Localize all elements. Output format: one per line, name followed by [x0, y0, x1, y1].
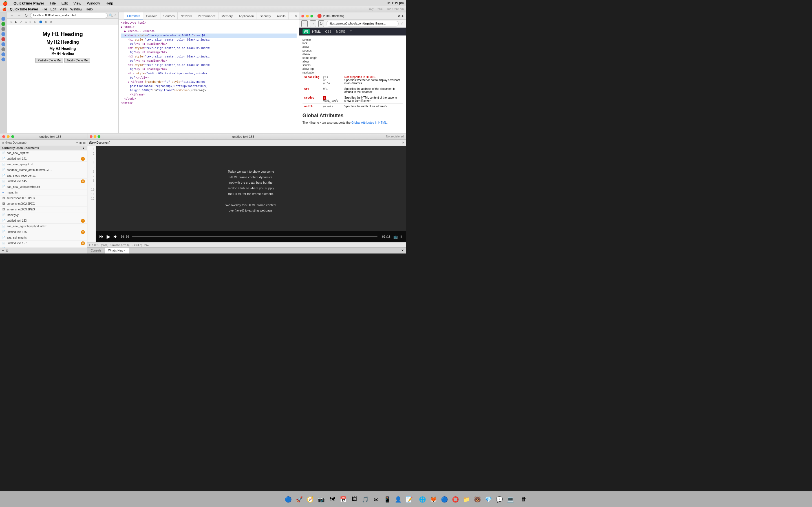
- partially-clone-btn[interactable]: Partially Clone Me: [35, 58, 63, 63]
- w3-back-btn[interactable]: ←: [301, 20, 308, 27]
- statusbar-size: 274: [144, 244, 149, 246]
- vc-fastforward-btn[interactable]: ⏭: [113, 234, 118, 239]
- w3-nav-more[interactable]: MORE: [336, 30, 345, 33]
- doc-item-untitled-157[interactable]: 📄 untitled text 157 ✕: [0, 240, 87, 246]
- toolbar-gear-icon[interactable]: ⚙: [2, 141, 4, 144]
- menubar-file[interactable]: File: [49, 1, 57, 5]
- w3-close-tab-icon[interactable]: ✕: [398, 14, 400, 18]
- devtools-tab-security[interactable]: Security: [257, 12, 274, 19]
- toolbar-sidebar-icon[interactable]: ▤: [83, 141, 86, 144]
- bookmark-6[interactable]: ▷: [33, 20, 38, 24]
- bbedit-max-btn[interactable]: [11, 135, 14, 138]
- devtools-more-icon[interactable]: ⋮: [290, 14, 294, 18]
- app-menubar-file2[interactable]: File: [42, 7, 47, 11]
- forward-button[interactable]: →: [16, 13, 22, 18]
- w3-url-bar[interactable]: [326, 21, 399, 26]
- open-docs-label: Currently Open Documents: [2, 147, 39, 150]
- doc-item-agifsph[interactable]: 📄 aaa_new_agifsphpwphpdurit.txt: [0, 224, 87, 229]
- bottom-tab-whatsnew[interactable]: What's New ×: [105, 247, 130, 253]
- devtools-tab-application[interactable]: Application: [236, 12, 257, 19]
- vc-share-icon[interactable]: ⬆: [400, 235, 403, 239]
- bookmark-7[interactable]: 🔵: [38, 20, 43, 24]
- vc-airplay-icon[interactable]: 📺: [393, 235, 398, 239]
- pointer-item-1: pointer: [303, 38, 403, 41]
- doc-item-untitled-141[interactable]: 📄 untitled text 141 ✕: [0, 156, 87, 162]
- doc-item-spinning[interactable]: 📄 aaa_spinning.txt: [0, 235, 87, 240]
- doc-item-index[interactable]: 📄 index.yyy: [0, 212, 87, 218]
- devtools-tab-elements[interactable]: Elements: [124, 12, 143, 19]
- footer-add-btn[interactable]: +: [2, 248, 4, 253]
- vc-play-btn[interactable]: ▶: [107, 233, 110, 240]
- vc-progress-bar[interactable]: [132, 236, 377, 237]
- devtools-close-icon[interactable]: ✕: [295, 14, 297, 18]
- devtools-tab-audits[interactable]: Audits: [274, 12, 289, 19]
- code-line-17: height:100%;" id="myiframe" srcdoc src(u…: [121, 89, 297, 93]
- totally-clone-btn[interactable]: Totally Clone Me: [64, 58, 90, 63]
- w3-nav-css[interactable]: CSS: [325, 30, 332, 33]
- bookmark-9[interactable]: in: [49, 20, 53, 24]
- app-menubar-qt[interactable]: QuickTime Player: [10, 7, 38, 11]
- doc-item-sandbox[interactable]: 📄 sandbox_iframe_attribute.html-GE...: [0, 167, 87, 173]
- bottom-tab-close[interactable]: ✕: [399, 247, 406, 253]
- app-menubar-view2[interactable]: View: [60, 7, 67, 11]
- devtools-tab-console[interactable]: Console: [143, 12, 160, 19]
- w3-min-btn[interactable]: [306, 15, 309, 17]
- app-menubar-help2[interactable]: Help: [86, 7, 93, 11]
- back-button[interactable]: ←: [9, 13, 15, 18]
- w3-nav-html[interactable]: HTML: [312, 30, 320, 33]
- doc-list[interactable]: 📄 aaa_new_lwpt.txt 📄 untitled text 141 ✕…: [0, 151, 87, 247]
- reload-button[interactable]: ↻: [23, 13, 29, 18]
- open-docs-collapse-icon[interactable]: ▲: [82, 147, 85, 150]
- app-menubar-window2[interactable]: Window: [70, 7, 82, 11]
- toolbar-pencil-icon[interactable]: ✏: [76, 141, 78, 144]
- doc-item-screenshot3[interactable]: 🖼 screenshot0003.JPEG: [0, 207, 87, 212]
- doc-item-steps[interactable]: 📄 aaa_steps_recorder.txt: [0, 173, 87, 179]
- menubar-edit[interactable]: Edit: [60, 1, 69, 5]
- doc-item-wpbpast[interactable]: 📄 aaa_new_wpbpastwhpt.txt: [0, 184, 87, 190]
- apple-menu[interactable]: 🍎: [2, 1, 8, 6]
- footer-settings-btn[interactable]: ⚙: [5, 248, 9, 253]
- bookmark-2[interactable]: ▶: [14, 20, 18, 24]
- menubar-help[interactable]: Help: [104, 1, 114, 5]
- preview-pane: ← → ↻ 🔍 ☆ G ▶ ✓ A ▷ ▷ 🔵 G in My H1 Headi…: [7, 12, 119, 133]
- bookmark-1[interactable]: G: [9, 20, 13, 24]
- w3-add-tab-icon[interactable]: +: [402, 14, 404, 18]
- devtools-tab-performance[interactable]: Performance: [195, 12, 219, 19]
- editor-close-btn[interactable]: [90, 135, 93, 138]
- bbedit-title: untitled text 183: [16, 135, 85, 138]
- doc-item-untitled-145[interactable]: 📄 untitled text 145 ✕: [0, 179, 87, 184]
- menubar-view[interactable]: View: [72, 1, 82, 5]
- bottom-tab-console[interactable]: Console: [87, 247, 105, 253]
- doc-item-screenshot2[interactable]: 🖼 screenshot0002.JPEG: [0, 201, 87, 207]
- editor-max-btn[interactable]: [98, 135, 100, 138]
- url-bar[interactable]: [30, 13, 108, 18]
- doc-item-screenshot1[interactable]: 🖼 screenshot0001.JPEG: [0, 195, 87, 201]
- bookmark-3[interactable]: ✓: [19, 20, 23, 24]
- toolbar-window-icon[interactable]: ▣: [79, 141, 82, 144]
- devtools-tab-memory[interactable]: Memory: [219, 12, 236, 19]
- doc-name-2: untitled text 141: [7, 157, 80, 160]
- devtools-tab-sources[interactable]: Sources: [160, 12, 177, 19]
- bookmark-5[interactable]: ▷: [29, 20, 33, 24]
- w3-reload-btn[interactable]: ↻: [318, 20, 324, 27]
- doc-item-untitled-155[interactable]: 📄 untitled text 155 ✕: [0, 229, 87, 235]
- menubar-app-name[interactable]: QuickTime Player: [12, 1, 45, 5]
- app-menubar-edit2[interactable]: Edit: [50, 7, 56, 11]
- doc-item-untitled-153[interactable]: 📄 untitled text 153 ✕: [0, 218, 87, 224]
- doc-item-aaa-new-lwpt[interactable]: 📄 aaa_new_lwpt.txt: [0, 151, 87, 156]
- bbedit-min-btn[interactable]: [7, 135, 10, 138]
- bookmark-4[interactable]: A: [24, 20, 28, 24]
- global-attrs-link[interactable]: Global Attributes in HTML: [351, 121, 387, 124]
- vc-rewind-btn[interactable]: ⏮: [99, 234, 104, 239]
- menubar-window[interactable]: Window: [86, 1, 101, 5]
- w3-max-btn[interactable]: [310, 15, 313, 17]
- w3-forward-btn[interactable]: →: [310, 20, 316, 27]
- bookmark-8[interactable]: G: [44, 20, 48, 24]
- editor-toolbar-close-icon[interactable]: ✕: [402, 141, 404, 145]
- w3-close-btn[interactable]: [301, 15, 304, 17]
- doc-item-mainhtm[interactable]: ● main.htm: [0, 190, 87, 195]
- doc-item-aaa-apwppt[interactable]: 📄 aaa_new_apwppt.txt: [0, 162, 87, 167]
- editor-min-btn[interactable]: [94, 135, 96, 138]
- bbedit-close-btn[interactable]: [2, 135, 5, 138]
- devtools-tab-network[interactable]: Network: [177, 12, 195, 19]
